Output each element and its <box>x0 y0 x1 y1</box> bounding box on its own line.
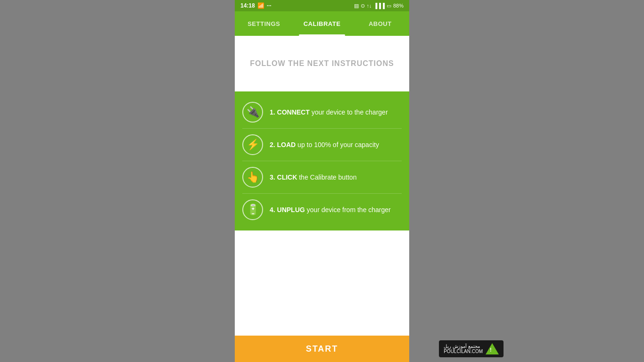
phone-container: 14:18 📶 ··· ▤ ⊙ ↑↓ ▐▐▐ ▭ 88% SETTINGS CA… <box>235 0 409 362</box>
wifi-icon: ⊙ <box>361 3 365 9</box>
step-text-1: 1. CONNECT your device to the charger <box>270 108 402 116</box>
battery-icon: ▭ <box>387 3 391 9</box>
more-icon: ··· <box>267 2 272 9</box>
step-item-4: 🔋 4. UNPLUG your device from the charger <box>242 194 402 226</box>
click-icon: 👆 <box>242 167 263 188</box>
start-button-label: START <box>306 344 339 354</box>
time-display: 14:18 <box>240 2 255 9</box>
instructions-title: FOLLOW THE NEXT INSTRUCTIONS <box>250 59 394 68</box>
tab-settings[interactable]: SETTINGS <box>235 11 293 36</box>
start-button[interactable]: START <box>235 336 409 362</box>
status-bar-left: 14:18 📶 ··· <box>240 2 272 9</box>
step-item-2: ⚡ 2. LOAD up to 100% of your capacity <box>242 129 402 161</box>
watermark: مجتمع آموزش رپلPOULCILAN.COM <box>439 340 504 357</box>
bars-icon: ▐▐▐ <box>374 3 385 8</box>
instructions-header: FOLLOW THE NEXT INSTRUCTIONS <box>235 36 409 91</box>
tab-calibrate[interactable]: CALIBRATE <box>293 11 351 36</box>
status-bar: 14:18 📶 ··· ▤ ⊙ ↑↓ ▐▐▐ ▭ 88% <box>235 0 409 11</box>
connect-icon: 🔌 <box>242 102 263 123</box>
watermark-text: مجتمع آموزش رپلPOULCILAN.COM <box>444 344 483 354</box>
step-text-2: 2. LOAD up to 100% of your capacity <box>270 141 402 148</box>
unplug-icon: 🔋 <box>242 199 263 220</box>
battery-percent: 88% <box>393 3 404 8</box>
step-item-1: 🔌 1. CONNECT your device to the charger <box>242 96 402 129</box>
content-spacer <box>235 230 409 336</box>
watermark-triangle-icon <box>486 343 499 354</box>
sim-icon: ▤ <box>354 3 359 9</box>
network-icon: ↑↓ <box>367 3 372 8</box>
step-item-3: 👆 3. CLICK the Calibrate button <box>242 161 402 194</box>
tab-about[interactable]: ABOUT <box>351 11 409 36</box>
step-text-4: 4. UNPLUG your device from the charger <box>270 206 402 214</box>
main-content: FOLLOW THE NEXT INSTRUCTIONS 🔌 1. CONNEC… <box>235 36 409 362</box>
tab-bar: SETTINGS CALIBRATE ABOUT <box>235 11 409 36</box>
status-bar-right: ▤ ⊙ ↑↓ ▐▐▐ ▭ 88% <box>354 3 404 9</box>
signal-icon: 📶 <box>257 2 264 9</box>
steps-container: 🔌 1. CONNECT your device to the charger … <box>235 91 409 230</box>
step-text-3: 3. CLICK the Calibrate button <box>270 173 402 181</box>
load-icon: ⚡ <box>242 134 263 155</box>
